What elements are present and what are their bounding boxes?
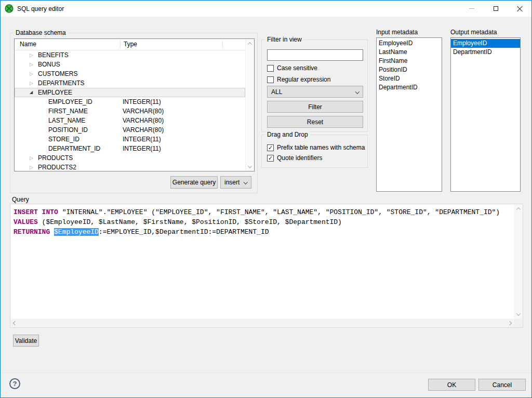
tree-row[interactable]: EMPLOYEE_IDINTEGER(11)	[15, 97, 245, 107]
tree-row[interactable]: ▷PRODUCTS2	[15, 163, 245, 171]
tree-item-label: DEPARTMENTS	[38, 79, 85, 87]
validate-button[interactable]: Validate	[13, 335, 39, 347]
tree-row[interactable]: ▷BENEFITS	[15, 50, 245, 60]
scroll-left-button[interactable]	[10, 319, 19, 327]
tree-name-cell: ▷BONUS	[15, 61, 123, 68]
filter-input[interactable]	[267, 49, 363, 61]
help-button[interactable]: ?	[9, 378, 20, 389]
sql-query-editor-dialog: SQL query editor Database schema Name Ty…	[0, 0, 532, 398]
column-divider[interactable]	[120, 40, 121, 49]
output-metadata-list[interactable]: EmployeeIDDepartmentID	[450, 37, 521, 192]
scroll-up-button[interactable]	[246, 39, 254, 48]
input-metadata-list[interactable]: EmployeeIDLastNameFirstNamePositionIDSto…	[376, 37, 442, 192]
tree-item-label: FIRST_NAME	[48, 108, 88, 115]
tree-row[interactable]: POSITION_IDVARCHAR(80)	[15, 125, 245, 135]
list-item[interactable]: EmployeeID	[451, 39, 520, 48]
schema-tree-header[interactable]: Name Type	[15, 39, 245, 50]
tree-row[interactable]: ▷CUSTOMERS	[15, 69, 245, 78]
expand-triangle-icon[interactable]: ▷	[30, 156, 38, 161]
tree-row[interactable]: STORE_IDINTEGER(11)	[15, 135, 245, 144]
tree-vertical-scrollbar[interactable]	[245, 39, 254, 171]
filter-scope-select[interactable]: ALL	[267, 86, 363, 98]
scrollbar-corner	[514, 319, 523, 327]
minimize-button[interactable]	[460, 1, 484, 17]
cancel-button[interactable]: Cancel	[478, 379, 526, 391]
tree-type-cell: VARCHAR(80)	[123, 117, 245, 124]
tree-item-label: LAST_NAME	[48, 117, 85, 124]
chevron-up-icon	[516, 207, 520, 211]
filter-button[interactable]: Filter	[267, 101, 363, 113]
expand-triangle-icon[interactable]: ▷	[30, 165, 38, 170]
list-item[interactable]: LastName	[377, 48, 442, 57]
query-horizontal-scrollbar[interactable]	[10, 319, 514, 327]
tree-name-cell: POSITION_ID	[15, 126, 123, 134]
scroll-down-button[interactable]	[246, 162, 254, 171]
regular-expression-checkbox[interactable]: Regular expression	[267, 75, 330, 84]
checkbox-icon	[267, 76, 274, 83]
ok-button[interactable]: OK	[428, 379, 475, 391]
list-item[interactable]: DepartmentID	[377, 83, 442, 92]
drag-and-drop-label: Drag and Drop	[265, 131, 310, 138]
query-mode-select[interactable]: insert	[220, 176, 251, 189]
query-editor[interactable]: INSERT INTO "INTERNAL"."EMPLOYEE" ("EMPL…	[10, 204, 523, 328]
tree-item-label: EMPLOYEE_ID	[48, 98, 92, 105]
filter-group-label: Filter in view	[265, 36, 304, 43]
schema-tree[interactable]: Name Type ▷BENEFITS▷BONUS▷CUSTOMERS▷DEPA…	[14, 38, 255, 171]
scroll-up-button[interactable]	[514, 204, 523, 213]
tree-name-cell: DEPARTMENT_ID	[15, 145, 123, 152]
list-item[interactable]: FirstName	[377, 57, 442, 65]
tree-name-cell: ▷PRODUCTS2	[15, 164, 123, 171]
list-item[interactable]: EmployeeID	[377, 39, 442, 48]
title-bar[interactable]: SQL query editor	[1, 1, 531, 17]
collapse-triangle-icon[interactable]: ◢	[30, 90, 38, 95]
chevron-down-icon	[243, 180, 247, 184]
tree-row[interactable]: ▷DEPARTMENTS	[15, 78, 245, 88]
tree-item-label: BENEFITS	[38, 51, 69, 59]
tree-row[interactable]: FIRST_NAMEVARCHAR(80)	[15, 107, 245, 116]
column-header-name[interactable]: Name	[20, 41, 36, 48]
reset-button[interactable]: Reset	[267, 116, 363, 128]
tree-row[interactable]: ◢EMPLOYEE	[15, 88, 245, 97]
filter-scope-value: ALL	[271, 88, 282, 96]
list-item[interactable]: DepartmentID	[451, 48, 520, 57]
expand-triangle-icon[interactable]: ▷	[30, 72, 38, 76]
scroll-right-button[interactable]	[505, 319, 514, 327]
prefix-table-names-checkbox[interactable]: ✓ Prefix table names with schema	[267, 143, 365, 152]
generate-query-button[interactable]: Generate query	[170, 176, 218, 189]
tree-type-cell: VARCHAR(80)	[123, 108, 245, 115]
maximize-button[interactable]	[484, 1, 508, 17]
schema-tree-rows: ▷BENEFITS▷BONUS▷CUSTOMERS▷DEPARTMENTS◢EM…	[15, 50, 245, 171]
scroll-down-button[interactable]	[514, 310, 523, 319]
tree-name-cell: FIRST_NAME	[15, 108, 123, 115]
window-title: SQL query editor	[17, 5, 64, 12]
expand-triangle-icon[interactable]: ▷	[30, 53, 38, 58]
code-line: VALUES ($EmployeeID, $LastName, $FirstNa…	[14, 217, 512, 227]
column-divider[interactable]	[222, 40, 223, 49]
close-icon	[516, 6, 523, 12]
minimize-icon	[469, 8, 474, 9]
case-sensitive-checkbox[interactable]: Case sensitive	[267, 64, 317, 72]
tree-row[interactable]: LAST_NAMEVARCHAR(80)	[15, 116, 245, 125]
tree-item-label: PRODUCTS2	[38, 164, 76, 171]
tree-name-cell: ▷BENEFITS	[15, 51, 123, 59]
tree-row[interactable]: ▷PRODUCTS	[15, 153, 245, 163]
tree-name-cell: ▷CUSTOMERS	[15, 70, 123, 77]
output-metadata-label: Output metadata	[450, 29, 497, 36]
close-button[interactable]	[508, 1, 531, 17]
query-code[interactable]: INSERT INTO "INTERNAL"."EMPLOYEE" ("EMPL…	[14, 207, 512, 317]
expand-triangle-icon[interactable]: ▷	[30, 81, 38, 86]
window-controls	[460, 1, 531, 17]
chevron-right-icon	[507, 321, 511, 325]
column-header-type[interactable]: Type	[124, 41, 137, 48]
tree-row[interactable]: DEPARTMENT_IDINTEGER(11)	[15, 144, 245, 153]
list-item[interactable]: PositionID	[377, 65, 442, 74]
chevron-down-icon	[355, 89, 359, 94]
tree-row[interactable]: ▷BONUS	[15, 60, 245, 69]
list-item[interactable]: StoreID	[377, 74, 442, 83]
tree-item-label: CUSTOMERS	[38, 70, 77, 77]
quote-identifiers-checkbox[interactable]: ✓ Quote identifiers	[267, 154, 322, 162]
expand-triangle-icon[interactable]: ▷	[30, 62, 38, 67]
query-vertical-scrollbar[interactable]	[514, 204, 523, 319]
chevron-down-icon	[248, 164, 252, 168]
tree-name-cell: STORE_ID	[15, 136, 123, 143]
